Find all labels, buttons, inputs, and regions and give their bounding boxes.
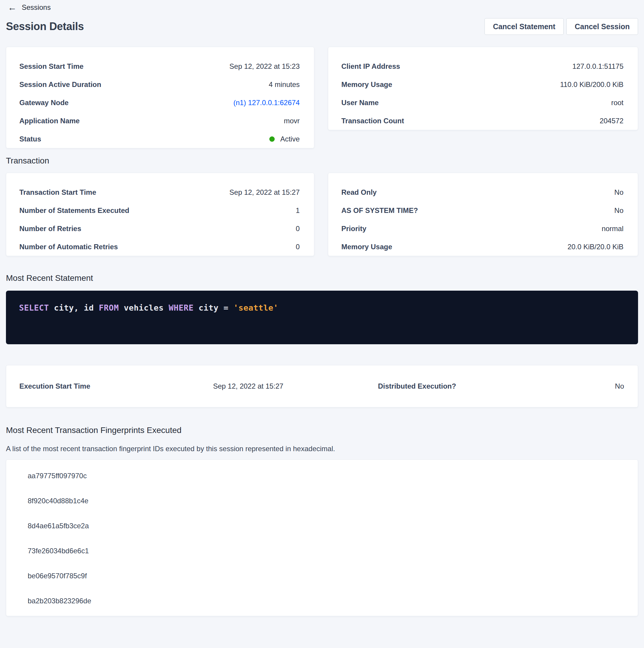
sql-statement-box: SELECT city, id FROM vehicles WHERE city… — [6, 291, 638, 344]
detail-label: Memory Usage — [341, 80, 392, 89]
detail-row: Memory Usage 20.0 KiB/20.0 KiB — [341, 238, 624, 256]
transaction-card-right: Read Only No AS OF SYSTEM TIME? No Prior… — [328, 173, 638, 256]
sql-keyword: FROM — [99, 303, 119, 312]
back-arrow-icon: ← — [8, 3, 17, 12]
detail-label: User Name — [341, 99, 378, 107]
detail-row: User Name root — [341, 94, 624, 112]
detail-row: Status Active — [19, 130, 300, 148]
detail-label: Gateway Node — [19, 99, 68, 107]
breadcrumb-label: Sessions — [22, 3, 51, 12]
automatic-retries-value: 0 — [296, 243, 300, 251]
detail-row: Priority normal — [341, 219, 624, 238]
page-header: Session Details Cancel Statement Cancel … — [6, 18, 638, 35]
transaction-section-heading: Transaction — [6, 155, 638, 166]
session-overview-card-right: Client IP Address 127.0.0.1:51175 Memory… — [328, 47, 638, 130]
sql-keyword: SELECT — [19, 303, 49, 312]
cancel-statement-button[interactable]: Cancel Statement — [484, 18, 564, 35]
user-name-value: root — [611, 99, 624, 107]
detail-row: Read Only No — [341, 183, 624, 201]
fingerprint-list-item: aa79775ff097970c — [6, 464, 638, 488]
fingerprint-list-item: 8d4ae61a5fb3ce2a — [6, 514, 638, 538]
detail-label: Read Only — [341, 188, 377, 197]
statements-executed-value: 1 — [296, 206, 300, 215]
sql-text: vehicles — [119, 303, 169, 312]
detail-row: Memory Usage 110.0 KiB/200.0 KiB — [341, 75, 624, 94]
detail-label: Number of Statements Executed — [19, 206, 129, 215]
transaction-section: Transaction Start Time Sep 12, 2022 at 1… — [6, 173, 638, 256]
session-overview-card-left: Session Start Time Sep 12, 2022 at 15:23… — [6, 47, 314, 148]
application-name-value: movr — [284, 117, 300, 125]
execution-start-time-value: Sep 12, 2022 at 15:27 — [213, 382, 378, 390]
detail-label: Application Name — [19, 117, 80, 125]
detail-label: Client IP Address — [341, 62, 400, 70]
detail-label: AS OF SYSTEM TIME? — [341, 206, 418, 215]
transaction-card-left: Transaction Start Time Sep 12, 2022 at 1… — [6, 173, 314, 256]
execution-start-time-label: Execution Start Time — [19, 382, 213, 390]
detail-label: Session Start Time — [19, 62, 83, 70]
fingerprints-description: A list of the most recent transaction fi… — [6, 444, 638, 453]
read-only-value: No — [614, 188, 624, 197]
breadcrumb-back-sessions[interactable]: ← Sessions — [6, 2, 51, 12]
most-recent-statement-heading: Most Recent Statement — [6, 273, 638, 283]
fingerprint-list-item: ba2b203b823296de — [6, 588, 638, 613]
retries-value: 0 — [296, 224, 300, 233]
session-details-page: ← Sessions Session Details Cancel Statem… — [0, 0, 644, 616]
detail-row: Session Active Duration 4 minutes — [19, 75, 300, 94]
detail-label: Session Active Duration — [19, 80, 101, 89]
detail-label: Priority — [341, 224, 366, 233]
detail-row: Number of Statements Executed 1 — [19, 201, 300, 219]
memory-usage-value: 110.0 KiB/200.0 KiB — [560, 80, 624, 89]
detail-row: Application Name movr — [19, 112, 300, 130]
fingerprints-heading: Most Recent Transaction Fingerprints Exe… — [6, 425, 638, 436]
client-ip-value: 127.0.0.1:51175 — [572, 62, 624, 70]
status-badge: Active — [269, 135, 300, 143]
sql-text: city, id — [49, 303, 99, 312]
detail-row: Transaction Count 204572 — [341, 112, 624, 130]
detail-label: Number of Retries — [19, 224, 81, 233]
detail-row: Session Start Time Sep 12, 2022 at 15:23 — [19, 57, 300, 75]
distributed-execution-label: Distributed Execution? — [378, 382, 456, 390]
detail-label: Memory Usage — [341, 243, 392, 251]
session-active-duration-value: 4 minutes — [269, 80, 300, 89]
page-title: Session Details — [6, 20, 84, 33]
status-value: Active — [280, 135, 300, 143]
detail-label: Number of Automatic Retries — [19, 243, 118, 251]
detail-row: Number of Automatic Retries 0 — [19, 238, 300, 256]
fingerprint-list-item: 8f920c40d88b1c4e — [6, 488, 638, 514]
sql-keyword: WHERE — [169, 303, 194, 312]
execution-details-card: Execution Start Time Sep 12, 2022 at 15:… — [6, 365, 638, 408]
priority-value: normal — [602, 224, 624, 233]
detail-label: Transaction Start Time — [19, 188, 96, 197]
cancel-session-button[interactable]: Cancel Session — [566, 18, 638, 35]
header-actions: Cancel Statement Cancel Session — [484, 18, 638, 35]
fingerprint-list-item: 73fe26034bd6e6c1 — [6, 538, 638, 563]
as-of-system-time-value: No — [614, 206, 624, 215]
detail-label: Transaction Count — [341, 117, 404, 125]
distributed-execution-value: No — [615, 382, 624, 390]
gateway-node-link[interactable]: (n1) 127.0.0.1:62674 — [233, 99, 300, 107]
sql-text: city = — [193, 303, 233, 312]
session-start-time-value: Sep 12, 2022 at 15:23 — [229, 62, 300, 70]
transaction-count-value: 204572 — [600, 117, 624, 125]
fingerprint-list-item: be06e9570f785c9f — [6, 563, 638, 588]
detail-row: Transaction Start Time Sep 12, 2022 at 1… — [19, 183, 300, 201]
fingerprints-list-card: aa79775ff097970c 8f920c40d88b1c4e 8d4ae6… — [6, 460, 638, 616]
detail-row: Number of Retries 0 — [19, 219, 300, 238]
sql-string: 'seattle' — [234, 303, 279, 312]
detail-row: AS OF SYSTEM TIME? No — [341, 201, 624, 219]
txn-memory-usage-value: 20.0 KiB/20.0 KiB — [568, 243, 624, 251]
transaction-start-time-value: Sep 12, 2022 at 15:27 — [229, 188, 300, 197]
detail-row: Client IP Address 127.0.0.1:51175 — [341, 57, 624, 75]
session-overview-section: Session Start Time Sep 12, 2022 at 15:23… — [6, 47, 638, 148]
detail-row: Gateway Node (n1) 127.0.0.1:62674 — [19, 94, 300, 112]
detail-label: Status — [19, 135, 41, 143]
status-active-dot-icon — [269, 137, 275, 142]
